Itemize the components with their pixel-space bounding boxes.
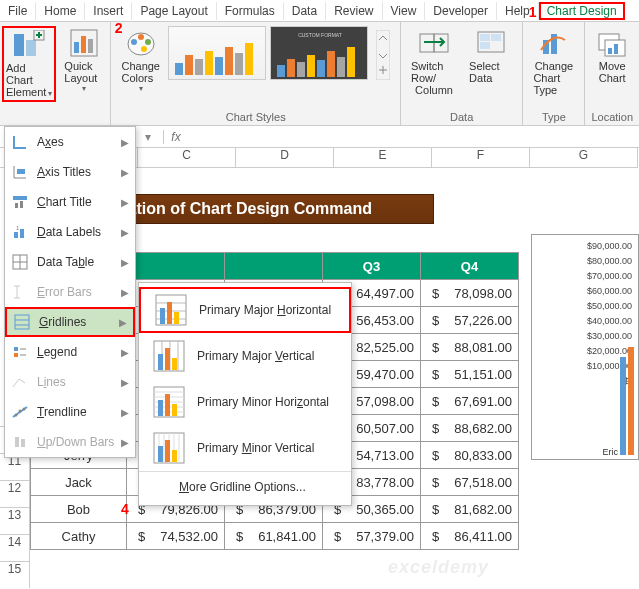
type-group-label: Type xyxy=(542,111,566,125)
callout-1: 1 xyxy=(529,4,537,20)
name-box-dropdown[interactable]: ▾ xyxy=(132,130,164,144)
add-chart-element-button[interactable]: Add Chart Element 2 xyxy=(2,26,56,102)
menu-updown-bars: Up/Down Bars▶ xyxy=(5,427,135,457)
menu-trendline[interactable]: Trendline▶ xyxy=(5,397,135,427)
menu-axes[interactable]: Axes▶ xyxy=(5,127,135,157)
y-tick: $50,000.00 xyxy=(534,301,636,316)
tab-chart-design-label: Chart Design xyxy=(547,4,617,18)
svg-text:CUSTOM FORMAT: CUSTOM FORMAT xyxy=(298,32,342,38)
row-header[interactable]: 12 xyxy=(0,481,30,508)
svg-rect-30 xyxy=(337,57,345,77)
col-e[interactable]: E xyxy=(334,148,432,168)
svg-rect-48 xyxy=(20,201,23,208)
switch-row-column-button[interactable]: Switch Row/ Column xyxy=(407,26,461,98)
tab-home[interactable]: Home xyxy=(36,2,85,20)
menu-data-labels[interactable]: 1Data Labels▶ xyxy=(5,217,135,247)
svg-point-10 xyxy=(131,39,137,45)
svg-rect-14 xyxy=(175,63,183,75)
callout-4: 4 xyxy=(121,501,129,517)
svg-text:1: 1 xyxy=(16,225,20,231)
menu-axis-titles[interactable]: Axis Titles▶ xyxy=(5,157,135,187)
select-data-label: Select Data xyxy=(469,60,512,84)
svg-rect-68 xyxy=(15,437,19,447)
chart-styles-group-label: Chart Styles xyxy=(226,111,286,125)
svg-rect-20 xyxy=(235,53,243,75)
menu-data-table[interactable]: Data Table▶ xyxy=(5,247,135,277)
menu-gridlines[interactable]: Gridlines▶ 3 xyxy=(5,307,135,337)
svg-rect-69 xyxy=(21,439,25,447)
quick-layout-button[interactable]: Quick Layout ▾ xyxy=(60,26,108,95)
legend-icon xyxy=(11,343,29,361)
axis-titles-icon xyxy=(11,163,29,181)
chart-styles-gallery[interactable]: CUSTOM FORMAT xyxy=(168,26,368,80)
error-bars-icon xyxy=(11,283,29,301)
svg-rect-38 xyxy=(480,42,490,49)
svg-point-66 xyxy=(19,410,22,413)
header-q4: Q4 xyxy=(421,253,519,280)
row-header[interactable]: 11 xyxy=(0,454,30,481)
gridlines-submenu: Primary Major Horizontal 4 Primary Major… xyxy=(138,282,352,506)
submenu-primary-major-vertical[interactable]: Primary Major Vertical xyxy=(139,333,351,379)
tab-review[interactable]: Review xyxy=(326,2,382,20)
svg-rect-76 xyxy=(174,312,179,324)
switch-row-label-2: Column xyxy=(415,84,453,96)
move-chart-button[interactable]: Move Chart xyxy=(593,26,631,86)
col-d[interactable]: D xyxy=(236,148,334,168)
row-header[interactable]: 13 xyxy=(0,508,30,535)
svg-rect-46 xyxy=(13,196,27,200)
chart-title-icon xyxy=(11,193,29,211)
svg-rect-100 xyxy=(165,440,170,462)
chart-style-thumb-2[interactable]: CUSTOM FORMAT xyxy=(270,26,368,80)
submenu-more-gridline-options[interactable]: More Gridline Options... xyxy=(139,471,351,501)
submenu-primary-minor-vertical[interactable]: Primary Minor Vertical xyxy=(139,425,351,471)
menu-legend[interactable]: Legend▶ xyxy=(5,337,135,367)
y-tick: $70,000.00 xyxy=(534,271,636,286)
svg-rect-28 xyxy=(317,60,325,77)
switch-row-label-1: Switch Row/ xyxy=(411,60,457,84)
y-tick: $40,000.00 xyxy=(534,316,636,331)
location-group-label: Location xyxy=(591,111,633,125)
tab-file[interactable]: File xyxy=(0,2,36,20)
menu-error-bars: Error Bars▶ xyxy=(5,277,135,307)
col-g[interactable]: G xyxy=(530,148,638,168)
svg-rect-25 xyxy=(287,59,295,77)
svg-rect-18 xyxy=(215,57,223,75)
grid-minor-h-icon xyxy=(153,386,185,418)
menubar: File Home Insert Page Layout Formulas Da… xyxy=(0,0,639,22)
svg-rect-31 xyxy=(347,47,355,77)
tab-developer[interactable]: Developer xyxy=(425,2,497,20)
col-f[interactable]: F xyxy=(432,148,530,168)
move-chart-label-2: Chart xyxy=(599,72,626,84)
submenu-primary-minor-horizontal[interactable]: Primary Minor Horizontal xyxy=(139,379,351,425)
svg-rect-91 xyxy=(165,394,170,416)
tab-view[interactable]: View xyxy=(383,2,426,20)
menu-chart-title[interactable]: Chart Title▶ xyxy=(5,187,135,217)
tab-page-layout[interactable]: Page Layout xyxy=(132,2,216,20)
change-chart-type-button[interactable]: Change Chart Type xyxy=(529,26,578,98)
row-header[interactable]: 15 xyxy=(0,562,30,588)
row-header[interactable]: 14 xyxy=(0,535,30,562)
change-colors-button[interactable]: Change Colors ▾ xyxy=(117,26,164,95)
svg-rect-62 xyxy=(14,353,18,357)
tab-insert[interactable]: Insert xyxy=(85,2,132,20)
col-c[interactable]: C xyxy=(138,148,236,168)
fx-label: fx xyxy=(164,130,188,144)
axes-icon xyxy=(11,133,29,151)
y-tick: $60,000.00 xyxy=(534,286,636,301)
grid-major-v-icon xyxy=(153,340,185,372)
submenu-primary-major-horizontal[interactable]: Primary Major Horizontal 4 xyxy=(139,287,351,333)
chart-style-thumb-1[interactable] xyxy=(168,26,266,80)
chart-styles-more-button[interactable] xyxy=(372,26,394,86)
svg-rect-45 xyxy=(17,169,25,174)
change-chart-type-icon xyxy=(539,28,569,58)
tab-formulas[interactable]: Formulas xyxy=(217,2,284,20)
tab-data[interactable]: Data xyxy=(284,2,326,20)
tab-chart-design[interactable]: Chart Design 1 xyxy=(539,2,625,20)
watermark: exceldemy xyxy=(388,557,489,578)
quick-layout-icon xyxy=(69,28,99,58)
change-ct-label-2: Chart Type xyxy=(533,72,574,96)
select-data-button[interactable]: Select Data xyxy=(465,26,516,98)
svg-rect-29 xyxy=(327,51,335,77)
select-data-icon xyxy=(476,28,506,58)
embedded-chart[interactable]: $90,000.00 $80,000.00 $70,000.00 $60,000… xyxy=(531,234,639,460)
